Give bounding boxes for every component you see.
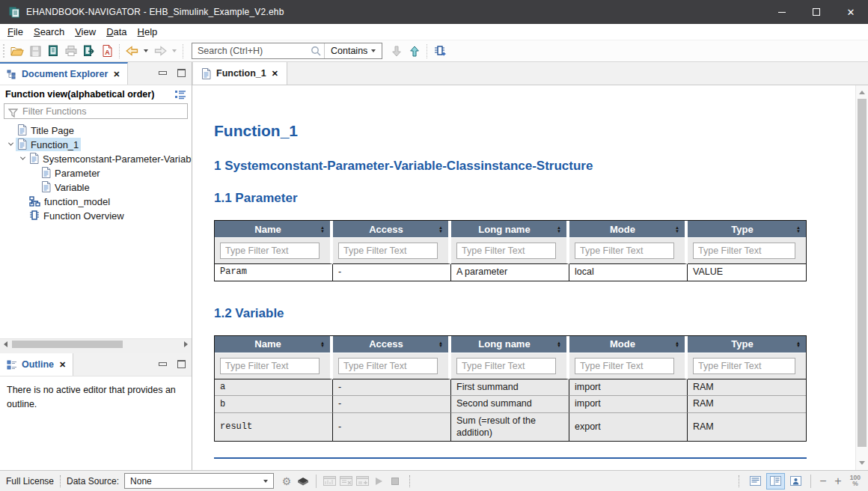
- tab-outline[interactable]: Outline ✕: [0, 353, 73, 376]
- filter-input-name[interactable]: [220, 243, 320, 259]
- scrollbar-thumb[interactable]: [858, 99, 867, 447]
- scroll-right-icon[interactable]: [180, 339, 192, 350]
- close-tab-icon[interactable]: ✕: [272, 69, 278, 79]
- sort-icon[interactable]: ▲▼: [438, 341, 443, 347]
- expand-chevron-icon[interactable]: [18, 156, 28, 160]
- tree-item-function-1[interactable]: Function_1: [0, 137, 192, 151]
- stop-measurement-button[interactable]: [387, 473, 403, 490]
- horizontal-scrollbar[interactable]: [0, 338, 192, 350]
- search-input[interactable]: [192, 44, 311, 58]
- tab-function-1[interactable]: Function_1 ✕: [192, 62, 287, 85]
- sort-icon[interactable]: ▲▼: [796, 341, 801, 347]
- forward-button[interactable]: [151, 42, 169, 60]
- search-previous-button[interactable]: [406, 42, 424, 60]
- cell-name[interactable]: b: [215, 396, 333, 413]
- back-history-dropdown[interactable]: [141, 42, 151, 60]
- search-mode-dropdown[interactable]: Contains: [325, 46, 382, 56]
- menu-item-search[interactable]: Search: [28, 25, 70, 39]
- start-measurement-button[interactable]: [370, 473, 387, 490]
- data-source-dropdown[interactable]: None: [124, 473, 274, 489]
- open-file-button[interactable]: [8, 42, 26, 60]
- column-header-long-name[interactable]: Long name▲▼: [451, 336, 569, 353]
- ecu-connect-button[interactable]: [295, 473, 311, 490]
- save-button[interactable]: [26, 42, 44, 60]
- table-row[interactable]: b-Second summandimportRAM: [215, 396, 806, 413]
- back-button[interactable]: [123, 42, 141, 60]
- tab-document-explorer[interactable]: Document Explorer ✕: [0, 62, 128, 85]
- minimize-button[interactable]: [765, 0, 799, 24]
- zoom-reset-button[interactable]: 100 %: [850, 475, 861, 487]
- filter-input-type[interactable]: [693, 243, 795, 259]
- sort-icon[interactable]: ▲▼: [557, 226, 561, 233]
- tree-item-title-page[interactable]: Title Page: [0, 123, 192, 137]
- scroll-down-icon[interactable]: [856, 457, 868, 469]
- column-header-mode[interactable]: Mode▲▼: [569, 221, 688, 238]
- column-header-type[interactable]: Type▲▼: [688, 336, 806, 353]
- filter-input-long-name[interactable]: [456, 243, 556, 259]
- data-source-settings-button[interactable]: ⚙: [278, 473, 295, 490]
- sort-icon[interactable]: ▲▼: [675, 226, 679, 233]
- sort-icon[interactable]: ▲▼: [320, 226, 325, 233]
- column-header-type[interactable]: Type▲▼: [688, 221, 806, 238]
- tree-item-systemconstant-parameter-variable-classi[interactable]: Systemconstant-Parameter-Variable-Classi…: [0, 151, 192, 165]
- filter-input-long-name[interactable]: [456, 358, 556, 374]
- tree-item-parameter[interactable]: Parameter: [0, 165, 192, 180]
- column-header-name[interactable]: Name▲▼: [215, 336, 333, 353]
- scrollbar-thumb[interactable]: [12, 341, 123, 348]
- tree-item-function-overview[interactable]: Function Overview: [0, 208, 192, 222]
- menu-item-file[interactable]: File: [2, 25, 28, 39]
- minimize-panel-button[interactable]: [159, 71, 167, 75]
- sort-icon[interactable]: ▲▼: [796, 226, 801, 233]
- close-tab-icon[interactable]: ✕: [59, 360, 66, 370]
- column-header-mode[interactable]: Mode▲▼: [569, 336, 688, 353]
- cell-name[interactable]: a: [215, 379, 333, 397]
- scroll-left-icon[interactable]: [0, 339, 11, 350]
- cell-name[interactable]: Param: [215, 264, 333, 281]
- export-pdf-button[interactable]: A: [98, 42, 116, 60]
- filter-input-type[interactable]: [693, 358, 795, 374]
- table-row[interactable]: a-First summandimportRAM: [215, 379, 806, 397]
- sort-icon[interactable]: ▲▼: [557, 341, 561, 347]
- sort-icon[interactable]: ▲▼: [438, 226, 443, 233]
- menu-item-view[interactable]: View: [70, 25, 101, 39]
- minimize-panel-button[interactable]: [159, 362, 167, 366]
- reader-view-button[interactable]: [786, 473, 805, 490]
- zoom-out-button[interactable]: −: [816, 475, 831, 488]
- single-page-view-button[interactable]: [746, 473, 765, 490]
- filter-input-mode[interactable]: [575, 358, 674, 374]
- split-view-button[interactable]: [766, 473, 785, 490]
- maximize-panel-button[interactable]: [177, 69, 186, 77]
- sort-icon[interactable]: ▲▼: [675, 341, 679, 347]
- print-button[interactable]: [62, 42, 80, 60]
- sort-icon[interactable]: ▲▼: [320, 341, 325, 347]
- forward-history-dropdown[interactable]: [169, 42, 180, 60]
- column-header-name[interactable]: Name▲▼: [215, 221, 333, 238]
- close-tab-icon[interactable]: ✕: [113, 70, 120, 79]
- column-header-access[interactable]: Access▲▼: [333, 336, 451, 353]
- menu-item-help[interactable]: Help: [132, 25, 163, 39]
- close-button[interactable]: ✕: [834, 0, 868, 24]
- zoom-in-button[interactable]: +: [831, 475, 846, 488]
- tree-item-function-model[interactable]: function_model: [0, 194, 192, 208]
- scroll-up-icon[interactable]: [856, 87, 868, 98]
- function-navigator-button[interactable]: [430, 42, 448, 60]
- cell-name[interactable]: result: [215, 413, 333, 441]
- maximize-button[interactable]: [799, 0, 834, 24]
- maximize-panel-button[interactable]: [177, 360, 186, 368]
- calibration-window-button[interactable]: [337, 473, 354, 490]
- handbook-button[interactable]: [44, 42, 62, 60]
- menu-item-data[interactable]: Data: [101, 25, 132, 39]
- vertical-scrollbar[interactable]: [855, 85, 868, 470]
- table-row[interactable]: Param-A parameterlocalVALUE: [215, 264, 806, 281]
- filter-input-mode[interactable]: [575, 243, 674, 259]
- experiment-window-button[interactable]: [354, 473, 370, 490]
- search-next-button[interactable]: [388, 42, 406, 60]
- column-header-long-name[interactable]: Long name▲▼: [451, 221, 569, 238]
- tree-item-variable[interactable]: Variable: [0, 180, 192, 194]
- table-row[interactable]: result-Sum (=result of the addition)expo…: [215, 413, 806, 441]
- view-menu-icon[interactable]: [175, 90, 186, 100]
- filter-functions-input[interactable]: [4, 103, 188, 119]
- export-handbook-button[interactable]: [80, 42, 98, 60]
- measure-window-button[interactable]: [321, 473, 337, 490]
- filter-input-access[interactable]: [338, 358, 438, 374]
